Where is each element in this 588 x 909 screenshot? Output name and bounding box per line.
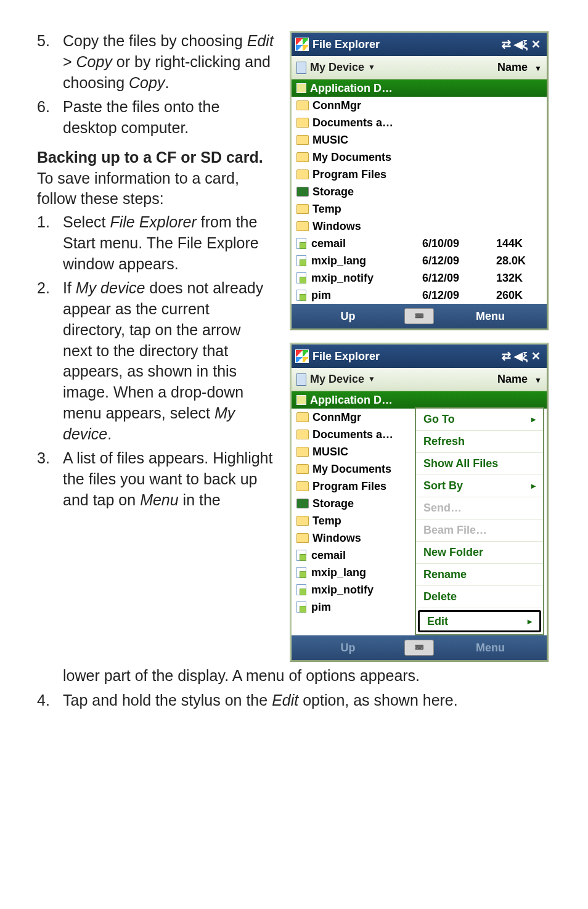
folder-row[interactable]: Temp [292, 512, 415, 529]
folder-name: My Documents [312, 150, 423, 165]
start-icon[interactable] [295, 38, 309, 51]
folder-row[interactable]: My Documents [292, 460, 415, 478]
menu-item-send-: Send… [416, 497, 543, 520]
file-row[interactable]: cemail6/10/09144K [292, 235, 547, 252]
file-row[interactable]: pim [292, 598, 415, 616]
folder-name: Program Files [312, 479, 410, 494]
softkey-up[interactable]: Up [292, 640, 404, 655]
keyboard-icon[interactable]: ⌨ [404, 308, 434, 324]
list-number: 1. [37, 212, 63, 274]
folder-name: Temp [312, 202, 423, 216]
folder-icon [296, 481, 309, 491]
selected-folder-name: Application D… [310, 81, 393, 96]
file-name: mxip_lang [311, 253, 422, 268]
folder-row[interactable]: My Documents [292, 149, 547, 166]
menu-item-delete[interactable]: Delete [416, 586, 543, 608]
folder-row[interactable]: Windows [292, 218, 547, 235]
folder-row[interactable]: Program Files [292, 478, 415, 495]
folder-name: My Documents [312, 462, 410, 476]
connectivity-icon[interactable]: ⇄ [499, 37, 513, 52]
folder-row[interactable]: Windows [292, 529, 415, 547]
screenshot-2: File Explorer ⇄ ◀ξ ✕ My Device ▼ Name ▼ … [290, 343, 549, 662]
file-icon [296, 272, 306, 283]
section-heading-tail: To save information to a card, follow th… [37, 169, 239, 208]
menu-item-label: Send… [423, 500, 462, 515]
menu-item-edit[interactable]: Edit▸ [418, 610, 541, 632]
menu-item-label: Rename [423, 567, 467, 582]
file-row[interactable]: pim6/12/09260K [292, 287, 547, 304]
close-icon[interactable]: ✕ [528, 37, 543, 52]
softkey-menu[interactable]: Menu [434, 640, 547, 655]
file-row[interactable]: mxip_notify [292, 581, 415, 598]
selected-folder-row[interactable]: Application D… [292, 391, 547, 409]
sort-label[interactable]: Name [497, 61, 528, 73]
menu-item-label: Edit [427, 614, 448, 629]
folder-row[interactable]: ConnMgr [292, 409, 415, 426]
screenshot-1: File Explorer ⇄ ◀ξ ✕ My Device ▼ Name ▼ … [290, 31, 549, 330]
file-row[interactable]: mxip_lang [292, 564, 415, 581]
folder-icon [296, 100, 309, 110]
menu-item-show-all-files[interactable]: Show All Files [416, 453, 543, 475]
text-continuation: lower part of the display. A menu of opt… [37, 666, 551, 711]
volume-icon[interactable]: ◀ξ [513, 349, 528, 364]
menu-item-rename[interactable]: Rename [416, 564, 543, 586]
file-name: pim [311, 600, 410, 614]
folder-row[interactable]: Documents a… [292, 426, 415, 443]
screenshots-column: File Explorer ⇄ ◀ξ ✕ My Device ▼ Name ▼ … [287, 31, 551, 662]
folder-row[interactable]: MUSIC [292, 131, 547, 149]
path-bar[interactable]: My Device ▼ Name ▼ [292, 56, 547, 79]
volume-icon[interactable]: ◀ξ [513, 37, 528, 52]
file-size: 144K [496, 236, 542, 251]
submenu-arrow-icon: ▸ [531, 414, 536, 425]
file-icon [296, 550, 306, 561]
file-icon [296, 601, 306, 613]
file-icon [296, 238, 306, 249]
storage-icon [296, 187, 309, 197]
file-row[interactable]: mxip_lang6/12/0928.0K [292, 252, 547, 269]
list-number: 4. [37, 690, 63, 711]
menu-item-new-folder[interactable]: New Folder [416, 542, 543, 564]
folder-row[interactable]: ConnMgr [292, 97, 547, 114]
start-icon[interactable] [295, 349, 309, 363]
menu-item-label: Refresh [423, 434, 465, 449]
file-date: 6/12/09 [422, 288, 496, 303]
connectivity-icon[interactable]: ⇄ [499, 349, 513, 364]
keyboard-icon[interactable]: ⌨ [404, 640, 434, 656]
storage-icon [296, 499, 309, 508]
instruction-list-top: 5. Copy the files by choosing Edit > Cop… [37, 31, 274, 139]
folder-row[interactable]: Documents a… [292, 114, 547, 131]
file-size: 28.0K [496, 253, 542, 268]
submenu-arrow-icon: ▸ [528, 616, 532, 627]
device-icon [296, 373, 306, 386]
file-row[interactable]: mxip_notify6/12/09132K [292, 269, 547, 287]
selected-folder-name: Application D… [310, 393, 393, 407]
softkey-up[interactable]: Up [292, 309, 404, 324]
folder-row[interactable]: Storage [292, 495, 415, 512]
menu-item-go-to[interactable]: Go To▸ [416, 409, 543, 431]
list-body: Copy the files by choosing Edit > Copy o… [63, 31, 274, 93]
path-bar[interactable]: My Device ▼ Name ▼ [292, 368, 547, 391]
folder-row[interactable]: Storage [292, 183, 547, 200]
menu-item-sort-by[interactable]: Sort By▸ [416, 475, 543, 497]
folder-icon [296, 395, 306, 405]
close-icon[interactable]: ✕ [528, 349, 543, 364]
menu-item-refresh[interactable]: Refresh [416, 431, 543, 453]
list-number: 5. [37, 31, 63, 93]
list-body: Paste the files onto the desktop compute… [63, 97, 274, 139]
softkey-menu[interactable]: Menu [434, 309, 547, 324]
list-body: Select File Explorer from the Start menu… [63, 212, 274, 274]
folder-icon [296, 83, 306, 93]
chevron-down-icon[interactable]: ▼ [368, 374, 375, 384]
chevron-down-icon[interactable]: ▼ [368, 62, 375, 72]
selected-folder-row[interactable]: Application D… [292, 79, 547, 97]
folder-row[interactable]: MUSIC [292, 443, 415, 460]
sort-label[interactable]: Name [497, 373, 528, 385]
menu-item-beam-file-: Beam File… [416, 520, 543, 542]
chevron-down-icon[interactable]: ▼ [534, 376, 542, 385]
file-row[interactable]: cemail [292, 547, 415, 564]
chevron-down-icon[interactable]: ▼ [534, 64, 542, 73]
current-path: My Device [310, 60, 364, 75]
folder-name: Documents a… [312, 427, 410, 442]
folder-row[interactable]: Program Files [292, 166, 547, 183]
folder-row[interactable]: Temp [292, 200, 547, 218]
